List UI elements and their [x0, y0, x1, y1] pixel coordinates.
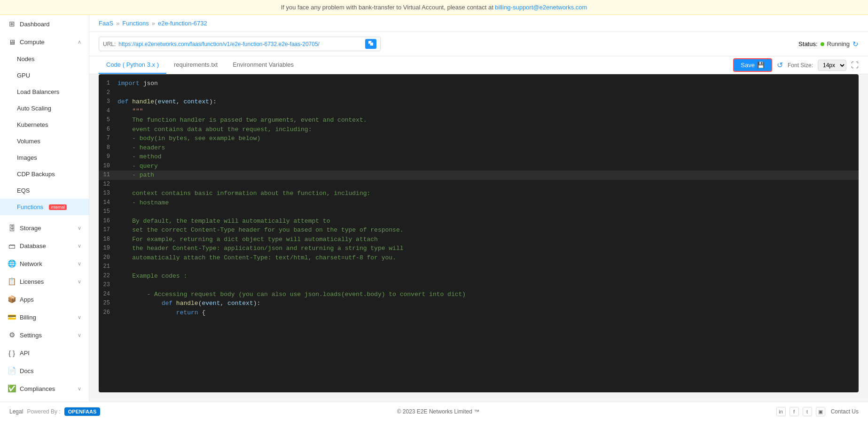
tab-env-vars[interactable]: Environment Variables — [225, 56, 301, 74]
status-dot — [821, 42, 824, 46]
code-line: 26 return { — [99, 308, 859, 318]
footer-legal[interactable]: Legal — [9, 408, 23, 415]
main-content: FaaS » Functions » e2e-function-6732 URL… — [89, 15, 868, 402]
breadcrumb-faas[interactable]: FaaS — [99, 20, 113, 27]
banner-email-link[interactable]: billing-support@e2enetworks.com — [495, 4, 587, 11]
banner-text: If you face any problem with bank-transf… — [281, 4, 495, 11]
sidebar-item-images[interactable]: Images — [0, 149, 89, 166]
api-icon: { } — [8, 349, 16, 357]
sidebar-item-compute[interactable]: 🖥 Compute ∧ — [0, 33, 89, 51]
sidebar-item-support[interactable]: 🎧 Support ∨ — [0, 398, 89, 402]
code-line: 2 — [99, 88, 859, 98]
url-copy-button[interactable] — [365, 39, 376, 49]
sidebar-item-billing[interactable]: 💳 Billing ∨ — [0, 308, 89, 326]
sidebar-item-kubernetes[interactable]: Kubernetes — [0, 117, 89, 133]
compliances-chevron-icon: ∨ — [78, 386, 81, 392]
sidebar-item-storage[interactable]: 🗄 Storage ∨ — [0, 219, 89, 237]
sidebar-item-api[interactable]: { } API — [0, 344, 89, 362]
sidebar-label-cdp-backups: CDP Backups — [17, 171, 55, 178]
tab-code[interactable]: Code ( Python 3.x ) — [99, 56, 166, 74]
code-editor[interactable]: 1 import json 2 3 def handle(event, cont… — [99, 74, 859, 392]
compute-chevron-icon: ∧ — [78, 39, 81, 45]
code-line: 8 - headers — [99, 143, 859, 153]
code-line: 7 - body(in bytes, see example below) — [99, 134, 859, 143]
sidebar-label-api: API — [20, 350, 30, 357]
tabs-bar: Code ( Python 3.x ) requirements.txt Env… — [89, 56, 868, 74]
sidebar-item-gpu[interactable]: GPU — [0, 67, 89, 84]
code-line: 6 event contains data about the request,… — [99, 125, 859, 134]
sidebar-item-database[interactable]: 🗃 Database ∨ — [0, 237, 89, 255]
top-banner: If you face any problem with bank-transf… — [0, 0, 868, 15]
sidebar-item-docs[interactable]: 📄 Docs — [0, 362, 89, 380]
tab-requirements[interactable]: requirements.txt — [166, 56, 225, 74]
status-text: Running — [827, 40, 850, 47]
sidebar-item-apps[interactable]: 📦 Apps — [0, 290, 89, 308]
sidebar-item-eqs[interactable]: EQS — [0, 182, 89, 199]
save-icon: 💾 — [757, 62, 765, 69]
code-line: 13 context contains basic information ab… — [99, 189, 859, 198]
footer-left: Legal Powered By : OPENFAAS — [9, 407, 100, 416]
reset-button[interactable]: ↺ — [777, 61, 783, 70]
docs-icon: 📄 — [8, 366, 16, 375]
breadcrumb-functions[interactable]: Functions — [122, 20, 149, 27]
functions-badge: internal — [49, 204, 67, 210]
billing-chevron-icon: ∨ — [78, 314, 81, 320]
code-line: 16 By default, the template will automat… — [99, 217, 859, 226]
sidebar-label-load-balancers: Load Balancers — [17, 88, 59, 95]
settings-chevron-icon: ∨ — [78, 332, 81, 338]
sidebar-item-dashboard[interactable]: ⊞ Dashboard — [0, 15, 89, 33]
status-area: Status: Running ↻ — [798, 40, 859, 48]
code-line: 9 - method — [99, 152, 859, 162]
tab-actions: Save 💾 ↺ Font Size: 10px 12px 13px 14px … — [733, 58, 859, 72]
font-size-select[interactable]: 10px 12px 13px 14px 16px 18px 20px — [818, 60, 846, 71]
twitter-icon[interactable]: t — [803, 407, 812, 416]
sidebar-item-functions[interactable]: Functions internal — [0, 199, 89, 215]
sidebar-label-kubernetes: Kubernetes — [17, 121, 48, 128]
sidebar-label-licenses: Licenses — [20, 278, 44, 285]
facebook-icon[interactable]: f — [790, 407, 799, 416]
storage-icon: 🗄 — [8, 224, 16, 232]
refresh-icon[interactable]: ↻ — [852, 40, 859, 48]
breadcrumb-sep-1: » — [116, 20, 119, 27]
footer-social: in f t ▣ — [776, 407, 825, 416]
compute-icon: 🖥 — [8, 38, 16, 46]
network-icon: 🌐 — [8, 259, 16, 268]
sidebar-label-functions: Functions — [17, 203, 43, 210]
code-line: 20 automatically attach the Content-Type… — [99, 253, 859, 263]
breadcrumb-function-name[interactable]: e2e-function-6732 — [158, 20, 207, 27]
linkedin-icon[interactable]: in — [776, 407, 786, 416]
licenses-chevron-icon: ∨ — [78, 279, 81, 285]
footer: Legal Powered By : OPENFAAS © 2023 E2E N… — [0, 402, 868, 421]
save-button[interactable]: Save 💾 — [733, 58, 772, 72]
sidebar-label-docs: Docs — [20, 367, 34, 374]
sidebar-label-eqs: EQS — [17, 187, 30, 194]
sidebar-item-licenses[interactable]: 📋 Licenses ∨ — [0, 273, 89, 290]
code-line: 15 — [99, 207, 859, 217]
sidebar-item-settings[interactable]: ⚙ Settings ∨ — [0, 326, 89, 344]
footer-copyright: © 2023 E2E Networks Limited ™ — [397, 408, 480, 415]
licenses-icon: 📋 — [8, 277, 16, 286]
sidebar-label-compute: Compute — [20, 39, 45, 46]
sidebar-item-auto-scaling[interactable]: Auto Scaling — [0, 100, 89, 117]
sidebar-label-dashboard: Dashboard — [20, 21, 50, 28]
sidebar-item-load-balancers[interactable]: Load Balancers — [0, 84, 89, 100]
code-line: 22 Example codes : — [99, 272, 859, 281]
url-bar: URL: https://api.e2enetworks.com/faas/fu… — [89, 32, 868, 56]
sidebar-item-compliances[interactable]: ✅ Compliances ∨ — [0, 380, 89, 398]
code-line: 21 — [99, 262, 859, 272]
code-line: 14 - hostname — [99, 198, 859, 208]
sidebar-item-volumes[interactable]: Volumes — [0, 133, 89, 149]
rss-icon[interactable]: ▣ — [816, 407, 825, 416]
code-line: 24 - Accessing request body (you can als… — [99, 290, 859, 299]
code-line: 1 import json — [99, 79, 859, 88]
sidebar-item-nodes[interactable]: Nodes — [0, 51, 89, 67]
url-label: URL: — [103, 41, 116, 47]
sidebar-item-network[interactable]: 🌐 Network ∨ — [0, 255, 89, 273]
contact-us-link[interactable]: Contact Us — [831, 408, 859, 415]
footer-powered-by: Powered By : — [27, 408, 60, 415]
sidebar-item-cdp-backups[interactable]: CDP Backups — [0, 166, 89, 182]
fullscreen-button[interactable]: ⛶ — [851, 61, 859, 70]
code-line: 12 — [99, 180, 859, 189]
storage-chevron-icon: ∨ — [78, 225, 81, 231]
breadcrumb-sep-2: » — [152, 20, 155, 27]
